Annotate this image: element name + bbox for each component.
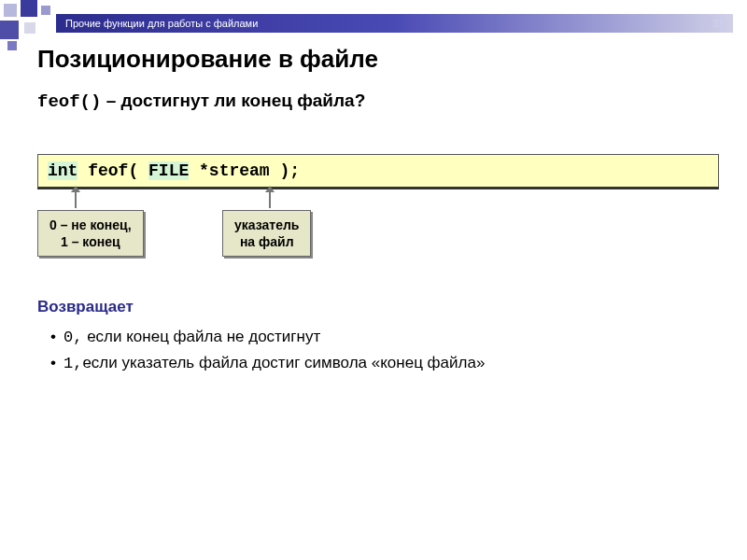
annotations: 0 – не конец, 1 – конец указатель на фай… <box>37 199 719 273</box>
header-title: Прочие функции для работы с файлами <box>65 18 258 29</box>
annotation-return-values: 0 – не конец, 1 – конец <box>37 210 144 257</box>
page-number: 37 <box>712 18 724 29</box>
returns-heading: Возвращает <box>37 298 719 316</box>
anno2-line2: на файл <box>240 234 294 249</box>
returns-list: 0, если конец файла не достигнут 1,если … <box>37 328 719 372</box>
arrow-icon <box>269 191 271 208</box>
page-title: Позиционирование в файле <box>37 45 719 74</box>
code-kw-int: int <box>48 161 78 180</box>
slide-header: Прочие функции для работы с файлами 37 <box>56 14 733 33</box>
subtitle-text: – достигнут ли конец файла? <box>101 91 365 110</box>
anno2-line1: указатель <box>234 217 299 232</box>
anno1-line1: 0 – не конец, <box>49 217 132 232</box>
slide-content: Позиционирование в файле feof() – достиг… <box>37 45 719 541</box>
subtitle: feof() – достигнут ли конец файла? <box>37 91 719 112</box>
code-kw-file: FILE <box>148 161 189 180</box>
bullet-text: если указатель файла достиг символа «кон… <box>82 354 485 371</box>
code-fn: feof( <box>78 161 148 180</box>
code-signature: int feof( FILE *stream ); <box>37 154 719 189</box>
arrow-icon <box>75 191 77 208</box>
annotation-stream-param: указатель на файл <box>222 210 311 257</box>
list-item: 0, если конец файла не достигнут <box>50 328 719 346</box>
bullet-code: 0, <box>63 329 82 346</box>
anno1-line2: 1 – конец <box>61 234 120 249</box>
code-rest: *stream ); <box>189 161 300 180</box>
subtitle-code: feof() <box>37 91 101 112</box>
bullet-code: 1, <box>63 355 82 372</box>
list-item: 1,если указатель файла достиг символа «к… <box>50 354 719 372</box>
bullet-text: если конец файла не достигнут <box>82 328 320 345</box>
